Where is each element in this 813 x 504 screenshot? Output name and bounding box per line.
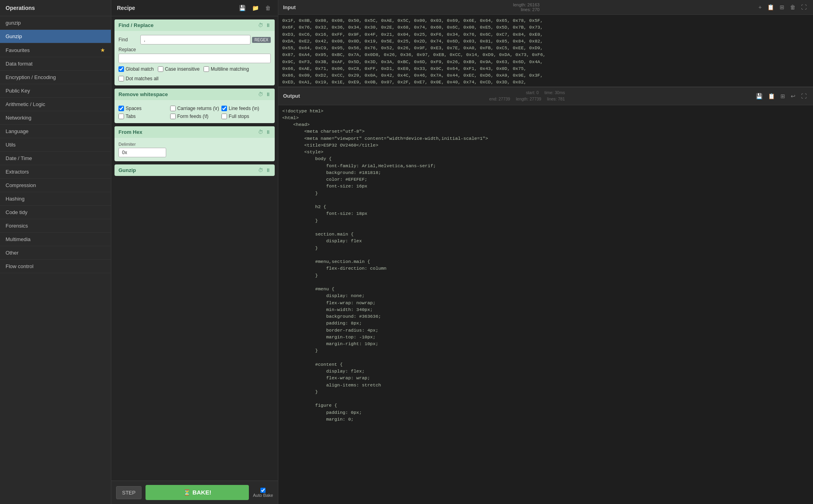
remove-whitespace-pause-button[interactable]: ⏸ bbox=[266, 91, 271, 97]
from-hex-card: From Hex ⏱ ⏸ Delimiter bbox=[114, 126, 275, 161]
sidebar-item-gunzip-active[interactable]: Gunzip bbox=[0, 30, 111, 43]
load-recipe-button[interactable]: 📁 bbox=[250, 4, 260, 12]
remove-whitespace-info-button[interactable]: ⏱ bbox=[258, 91, 263, 97]
sidebar-item-public-key[interactable]: Public Key bbox=[0, 84, 111, 98]
sidebar-item-label: Arithmetic / Logic bbox=[6, 101, 45, 107]
recipe-header: Recipe 💾 📁 🗑 bbox=[111, 0, 278, 16]
output-save-button[interactable]: 💾 bbox=[754, 92, 764, 100]
output-content[interactable]: <!doctype html> <html> <head> <meta char… bbox=[278, 105, 813, 504]
star-icon: ★ bbox=[100, 47, 105, 53]
sidebar-item-label: Extractors bbox=[6, 169, 29, 175]
sidebar-item-other[interactable]: Other bbox=[0, 246, 111, 260]
find-row: Find REGEX bbox=[118, 35, 271, 44]
input-add-button[interactable]: + bbox=[757, 3, 763, 11]
gunzip-info-button[interactable]: ⏱ bbox=[258, 167, 263, 173]
from-hex-pause-button[interactable]: ⏸ bbox=[266, 129, 271, 135]
output-meta-length: length: 27739 bbox=[516, 97, 541, 101]
sidebar-item-utils[interactable]: Utils bbox=[0, 138, 111, 152]
multiline-matching-checkbox[interactable]: Multiline matching bbox=[204, 66, 249, 72]
input-copy-button[interactable]: 📋 bbox=[766, 3, 776, 11]
gunzip-pause-button[interactable]: ⏸ bbox=[266, 167, 271, 173]
sidebar-item-compression[interactable]: Compression bbox=[0, 179, 111, 192]
input-header: Input length: 26163 lines: 270 + 📋 ⊞ 🗑 ⛶ bbox=[278, 0, 813, 15]
find-input[interactable] bbox=[140, 35, 250, 44]
step-button[interactable]: STEP bbox=[116, 486, 142, 499]
find-replace-body: Find REGEX Replace Global match Case ins… bbox=[114, 31, 275, 85]
sidebar-item-label: Forensics bbox=[6, 223, 28, 229]
tabs-checkbox[interactable]: Tabs bbox=[118, 114, 168, 119]
delete-recipe-button[interactable]: 🗑 bbox=[264, 4, 272, 12]
sidebar-item-language[interactable]: Language bbox=[0, 125, 111, 138]
sidebar-item-multimedia[interactable]: Multimedia bbox=[0, 233, 111, 246]
sidebar-item-label: Hashing bbox=[6, 196, 25, 202]
gunzip-title: Gunzip bbox=[118, 167, 136, 173]
sidebar-item-favourites[interactable]: Favourites ★ bbox=[0, 43, 111, 57]
dot-matches-all-checkbox[interactable]: Dot matches all bbox=[118, 76, 159, 81]
auto-bake-checkbox[interactable] bbox=[260, 488, 266, 493]
sidebar-item-enc-enc[interactable]: Encryption / Encoding bbox=[0, 71, 111, 84]
output-section: Output start: 0 time: 30ms end: 27739 le… bbox=[278, 87, 813, 504]
find-replace-info-button[interactable]: ⏱ bbox=[258, 22, 263, 28]
sidebar-item-label: Encryption / Encoding bbox=[6, 74, 56, 80]
from-hex-title: From Hex bbox=[118, 129, 142, 135]
global-match-checkbox[interactable]: Global match bbox=[118, 66, 154, 72]
sidebar-item-data-format[interactable]: Data format bbox=[0, 57, 111, 71]
replace-input[interactable] bbox=[118, 54, 271, 63]
output-header: Output start: 0 time: 30ms end: 27739 le… bbox=[278, 87, 813, 105]
sidebar-item-flow-control[interactable]: Flow control bbox=[0, 260, 111, 273]
sidebar-item-networking[interactable]: Networking bbox=[0, 111, 111, 125]
sidebar-item-label: Multimedia bbox=[6, 236, 31, 242]
sidebar-item-gunzip-search[interactable]: gunzip bbox=[0, 16, 111, 30]
input-layout-button[interactable]: ⊞ bbox=[778, 3, 786, 11]
input-title: Input bbox=[283, 4, 296, 10]
delimiter-label: Delimiter bbox=[118, 142, 271, 147]
replace-row: Replace bbox=[118, 47, 271, 63]
find-replace-header-icons: ⏱ ⏸ bbox=[258, 22, 271, 28]
find-label: Find bbox=[118, 37, 140, 42]
input-delete-button[interactable]: 🗑 bbox=[788, 3, 797, 11]
carriage-returns-checkbox[interactable]: Carriage returns (\r) bbox=[170, 106, 219, 111]
sidebar-item-forensics[interactable]: Forensics bbox=[0, 219, 111, 233]
sidebar-item-label: Date / Time bbox=[6, 155, 32, 161]
sidebar-item-hashing[interactable]: Hashing bbox=[0, 192, 111, 206]
input-content[interactable]: 0x1F, 0x8B, 0x08, 0x08, 0x50, 0x5C, 0xAE… bbox=[278, 15, 813, 87]
sidebar-item-label: Language bbox=[6, 128, 29, 134]
case-insensitive-checkbox[interactable]: Case insensitive bbox=[158, 66, 200, 72]
remove-whitespace-header-icons: ⏱ ⏸ bbox=[258, 91, 271, 97]
output-layout-button[interactable]: ⊞ bbox=[779, 92, 787, 100]
output-header-icons: 💾 📋 ⊞ ↩ ⛶ bbox=[754, 92, 808, 100]
find-replace-card: Find / Replace ⏱ ⏸ Find REGEX Replace bbox=[114, 19, 275, 85]
line-feeds-checkbox[interactable]: Line feeds (\n) bbox=[221, 106, 271, 111]
spaces-checkbox[interactable]: Spaces bbox=[118, 106, 168, 111]
output-meta-time: time: 30ms bbox=[545, 90, 565, 95]
sidebar-item-code-tidy[interactable]: Code tidy bbox=[0, 206, 111, 219]
form-feeds-checkbox[interactable]: Form feeds (\f) bbox=[170, 114, 219, 119]
save-recipe-button[interactable]: 💾 bbox=[237, 4, 247, 12]
input-expand-button[interactable]: ⛶ bbox=[799, 3, 808, 11]
from-hex-header-icons: ⏱ ⏸ bbox=[258, 129, 271, 135]
full-stops-checkbox[interactable]: Full stops bbox=[221, 114, 271, 119]
recipe-content: Find / Replace ⏱ ⏸ Find REGEX Replace bbox=[111, 16, 278, 481]
sidebar-item-arith-logic[interactable]: Arithmetic / Logic bbox=[0, 98, 111, 111]
remove-whitespace-header: Remove whitespace ⏱ ⏸ bbox=[114, 89, 275, 100]
output-undo-button[interactable]: ↩ bbox=[789, 92, 797, 100]
sidebar-item-label: Flow control bbox=[6, 263, 33, 269]
output-copy-button[interactable]: 📋 bbox=[766, 92, 776, 100]
sidebar-item-date-time[interactable]: Date / Time bbox=[0, 152, 111, 165]
regex-badge[interactable]: REGEX bbox=[252, 37, 271, 43]
find-replace-pause-button[interactable]: ⏸ bbox=[266, 22, 271, 28]
right-panel: Input length: 26163 lines: 270 + 📋 ⊞ 🗑 ⛶… bbox=[278, 0, 813, 504]
auto-bake-wrap: Auto Bake bbox=[253, 488, 273, 498]
output-expand-button[interactable]: ⛶ bbox=[799, 92, 808, 100]
sidebar-item-label: Other bbox=[6, 250, 19, 256]
delimiter-input[interactable] bbox=[118, 148, 166, 157]
from-hex-info-button[interactable]: ⏱ bbox=[258, 129, 263, 135]
sidebar-item-extractors[interactable]: Extractors bbox=[0, 165, 111, 179]
input-meta: length: 26163 lines: 270 bbox=[513, 2, 539, 12]
sidebar-item-label: Favourites bbox=[6, 47, 30, 53]
gunzip-header-icons: ⏱ ⏸ bbox=[258, 167, 271, 173]
bake-button[interactable]: ⏳ BAKE! bbox=[146, 485, 249, 500]
output-meta: start: 0 time: 30ms end: 27739 length: 2… bbox=[489, 90, 565, 102]
remove-whitespace-title: Remove whitespace bbox=[118, 91, 168, 97]
gunzip-card: Gunzip ⏱ ⏸ bbox=[114, 164, 275, 176]
